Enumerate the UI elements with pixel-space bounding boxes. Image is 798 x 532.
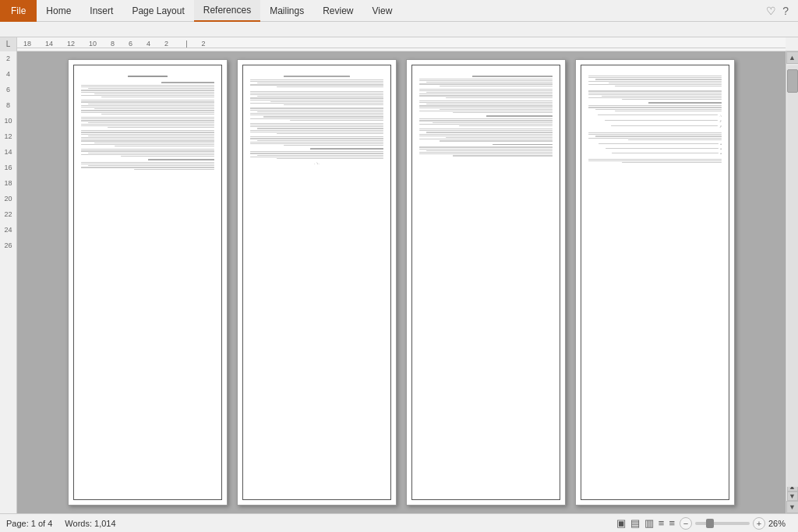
ruler-corner[interactable]: L [0, 37, 17, 51]
page-1 [68, 59, 228, 506]
main-area: 2 4 6 8 10 12 14 16 18 20 22 24 26 [0, 51, 798, 513]
page-2: - ۱ - [237, 59, 397, 506]
menu-right-controls: ♡ ? [763, 3, 798, 19]
menu-page-layout[interactable]: Page Layout [122, 0, 193, 22]
view-outline-icon[interactable]: ▥ [644, 517, 654, 529]
view-read-icon[interactable]: ≡ [669, 517, 675, 529]
ruler: 18 14 12 10 8 6 4 2 | 2 [17, 37, 786, 51]
zoom-controls: − + 26% [680, 517, 792, 530]
document-area[interactable]: - ۱ - [17, 51, 786, 513]
ribbon [0, 22, 798, 37]
page-info: Page: 1 of 4 [6, 519, 52, 528]
heart-icon[interactable]: ♡ [763, 3, 779, 19]
file-menu[interactable]: File [0, 0, 37, 22]
zoom-level: 26% [768, 519, 792, 528]
view-draft-icon[interactable]: ≡ [659, 517, 665, 529]
page-4: ۱. ۲. ۳. [575, 59, 735, 506]
menu-references[interactable]: References [194, 0, 260, 22]
menu-view[interactable]: View [363, 0, 402, 22]
page-3 [406, 59, 566, 506]
zoom-out-button[interactable]: − [680, 517, 692, 530]
view-web-icon[interactable]: ▤ [630, 517, 640, 529]
scroll-small-down[interactable]: ▼ [787, 491, 798, 501]
question-icon[interactable]: ? [779, 3, 792, 19]
scroll-up-button[interactable]: ▲ [786, 51, 799, 64]
status-bar: Page: 1 of 4 Words: 1,014 ▣ ▤ ▥ ≡ ≡ − + … [0, 513, 798, 532]
zoom-slider-thumb[interactable] [706, 519, 714, 528]
file-label: File [11, 5, 26, 16]
menu-mailings[interactable]: Mailings [260, 0, 313, 22]
zoom-slider[interactable] [695, 522, 750, 525]
vertical-scrollbar[interactable]: ▲ ▲ ▼ ▼ [786, 51, 798, 513]
scroll-down-button[interactable]: ▼ [786, 501, 799, 513]
menu-home[interactable]: Home [37, 0, 80, 22]
zoom-in-button[interactable]: + [753, 517, 765, 530]
menu-bar: File Home Insert Page Layout References … [0, 0, 798, 22]
view-print-icon[interactable]: ▣ [616, 517, 626, 529]
status-right: ▣ ▤ ▥ ≡ ≡ − + 26% [616, 517, 792, 530]
scroll-track[interactable] [787, 65, 798, 487]
menu-review[interactable]: Review [313, 0, 362, 22]
menu-insert[interactable]: Insert [80, 0, 122, 22]
scroll-thumb[interactable] [787, 69, 798, 93]
word-count: Words: 1,014 [65, 519, 115, 528]
left-ruler: 2 4 6 8 10 12 14 16 18 20 22 24 26 [0, 51, 17, 513]
